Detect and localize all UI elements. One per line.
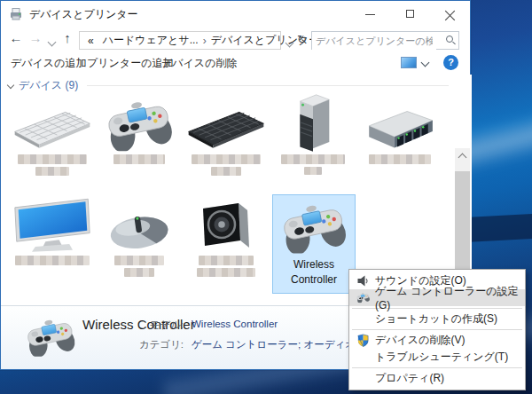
- forward-button[interactable]: →: [26, 30, 45, 45]
- mouse-icon: [97, 194, 182, 253]
- pc-tower-icon: [270, 93, 356, 152]
- device-tile-wireless-controller[interactable]: Wireless Controller: [272, 194, 356, 294]
- censored-label: [114, 256, 164, 265]
- scrollbar-thumb[interactable]: [455, 171, 470, 269]
- group-rule: [87, 85, 449, 86]
- maximize-icon: [406, 10, 414, 18]
- up-button[interactable]: ↑: [58, 30, 77, 45]
- breadcrumb-parent[interactable]: ハードウェアとサ...: [103, 33, 199, 48]
- menu-item-game-controller-settings[interactable]: ゲーム コントローラーの設定(G): [349, 289, 525, 306]
- speaker-device-icon: [184, 194, 269, 253]
- scroll-up-icon[interactable]: [455, 148, 470, 162]
- view-dropdown-chevron-icon: [421, 59, 430, 67]
- speaker-icon: [356, 274, 371, 288]
- collapse-chevron-icon: [7, 81, 14, 88]
- game-controller-icon: [22, 317, 79, 358]
- minimize-button[interactable]: [350, 1, 390, 28]
- group-label: デバイス: [19, 79, 62, 91]
- censored-label: [197, 268, 255, 277]
- close-button[interactable]: [430, 1, 470, 28]
- view-thumbnail-icon: [401, 57, 417, 68]
- remove-device-button[interactable]: デバイスの削除: [161, 56, 237, 71]
- recent-locations-chevron-icon[interactable]: [48, 38, 57, 47]
- device-tile-pc-tower[interactable]: [270, 93, 356, 193]
- censored-label: [211, 167, 241, 176]
- minimize-icon: [365, 14, 375, 15]
- selected-device-label: Wireless Controller: [273, 257, 355, 288]
- game-controller-icon: [97, 93, 182, 152]
- model-label: モデル:: [107, 319, 184, 332]
- device-tile-game-controller[interactable]: [97, 93, 182, 193]
- menu-item-create-shortcut[interactable]: ショートカットの作成(S): [349, 311, 525, 327]
- censored-label: [192, 154, 261, 164]
- maximize-button[interactable]: [390, 1, 430, 28]
- device-tile-keyboard-light[interactable]: [10, 93, 95, 193]
- search-icon: [446, 35, 453, 43]
- add-device-button[interactable]: デバイスの追加: [11, 56, 86, 71]
- search-input[interactable]: [312, 33, 436, 50]
- censored-label: [369, 154, 431, 164]
- device-tile-keyboard-dark[interactable]: [184, 93, 269, 193]
- add-printer-button[interactable]: プリンターの追加: [87, 56, 173, 71]
- censored-label: [281, 154, 345, 164]
- device-tile-monitor[interactable]: [10, 194, 95, 294]
- group-count: (9): [65, 79, 78, 91]
- help-button[interactable]: ?: [443, 55, 458, 70]
- context-menu: サウンドの設定(O) ゲーム コントローラーの設定(G) ショートカットの作成(…: [348, 269, 526, 390]
- network-hub-icon: [357, 93, 442, 152]
- gamepad-icon: [356, 291, 371, 304]
- command-toolbar: デバイスの追加 プリンターの追加 デバイスの削除 ?: [1, 52, 470, 75]
- address-bar[interactable]: « ハードウェアとサ... › デバイスとプリンター: [79, 31, 281, 50]
- censored-label: [15, 256, 90, 265]
- censored-label: [304, 167, 322, 175]
- device-tile-speaker[interactable]: [184, 194, 269, 294]
- close-icon: [445, 9, 456, 20]
- censored-label: [199, 256, 254, 265]
- menu-item-troubleshoot[interactable]: トラブルシューティング(T): [349, 349, 525, 366]
- window-title: デバイスとプリンター: [29, 1, 138, 28]
- menu-item-remove-device[interactable]: デバイスの削除(V): [349, 332, 525, 349]
- printer-icon: [9, 7, 23, 21]
- titlebar[interactable]: デバイスとプリンター: [1, 1, 470, 28]
- back-button[interactable]: ←: [6, 30, 26, 45]
- device-tile-network-hub[interactable]: [357, 93, 442, 193]
- keyboard-light-icon: [10, 93, 95, 152]
- model-value: Wireless Controller: [192, 319, 278, 332]
- device-tile-mouse[interactable]: [97, 194, 182, 294]
- category-label: カテゴリ:: [107, 338, 184, 351]
- menu-item-properties[interactable]: プロパティ(R): [349, 370, 525, 387]
- game-controller-icon: [273, 195, 355, 254]
- monitor-icon: [10, 194, 95, 253]
- wallpaper-dark-band: [466, 214, 532, 242]
- uac-shield-icon: [356, 334, 371, 347]
- devices-group-header[interactable]: デバイス (9): [8, 78, 449, 93]
- menu-separator: [352, 329, 522, 330]
- menu-separator: [352, 367, 522, 368]
- breadcrumb-separator-icon: ›: [203, 35, 207, 47]
- navigation-bar: ← → ↑ « ハードウェアとサ... › デバイスとプリンター ↻: [1, 28, 470, 52]
- refresh-button[interactable]: ↻: [297, 33, 307, 46]
- censored-label: [18, 154, 87, 164]
- censored-label: [113, 154, 165, 164]
- censored-label: [124, 268, 154, 277]
- breadcrumb-collapsed[interactable]: «: [88, 35, 94, 47]
- keyboard-dark-icon: [184, 93, 269, 152]
- search-box[interactable]: [311, 31, 459, 50]
- change-view-button[interactable]: [401, 56, 431, 71]
- censored-label: [35, 167, 69, 176]
